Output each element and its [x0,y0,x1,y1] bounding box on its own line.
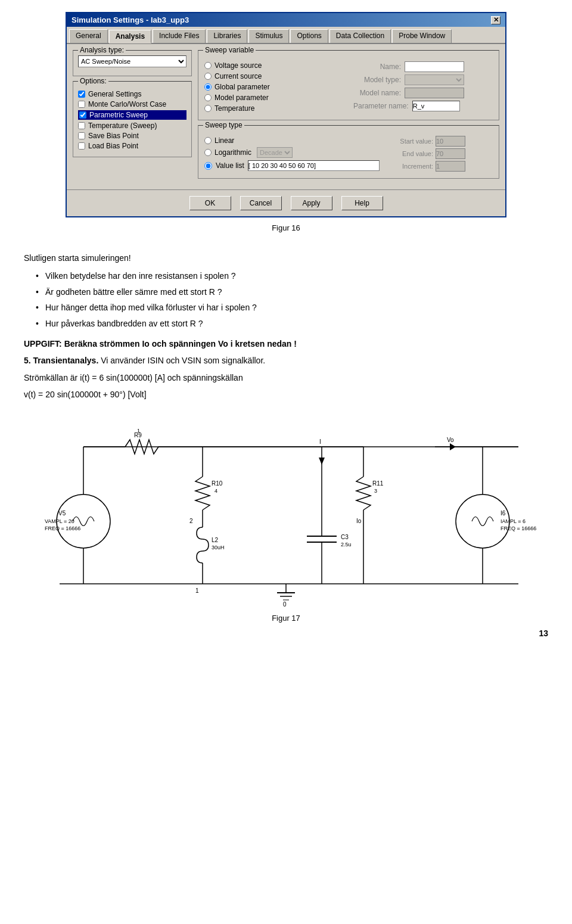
figure16-label: Figur 16 [0,223,572,232]
field-name-row: Name: [353,61,493,72]
i-label: I [319,438,321,445]
field-name-input[interactable] [405,61,464,72]
voltage-text: v(t) = 20 sin(100000t + 90°) [Volt] [24,388,548,401]
checkbox-general-settings-input[interactable] [78,91,85,98]
tab-stimulus[interactable]: Stimulus [248,29,289,43]
close-button[interactable]: ✕ [491,16,500,24]
radio-linear-input[interactable] [204,137,212,144]
sweep-type-title: Sweep type [203,121,244,129]
radio-value-list-label: Value list [216,161,244,170]
field-model-name-label: Model name: [353,89,401,97]
dialog-wrapper: Simulation Settings - lab3_upp3 ✕ Genera… [0,0,572,223]
svg-marker-12 [319,458,325,465]
simulation-settings-dialog: Simulation Settings - lab3_upp3 ✕ Genera… [66,12,506,217]
right-panel: Sweep variable Voltage source Current so… [198,50,499,183]
r10-value: 4 [214,488,217,494]
checkbox-parametric-sweep-input[interactable] [79,111,86,119]
l2-label: L2 [212,537,219,543]
sweep-increment-label: Increment: [386,163,433,170]
apply-button[interactable]: Apply [291,196,332,210]
tab-options[interactable]: Options [290,29,328,43]
sweep-start-label: Start value: [386,138,433,145]
radio-temperature-input[interactable] [204,105,212,112]
tab-libraries[interactable]: Libraries [207,29,247,43]
radio-global-parameter: Global parameter [204,83,344,91]
radio-logarithmic-label: Logarithmic [214,148,251,157]
field-param-name-input[interactable] [412,101,460,111]
ground-label: 0 [283,601,287,608]
circuit-diagram: V5 VAMPL = 20 FREQ = 16666 R9 1 R10 4 2 … [30,417,542,608]
help-button[interactable]: Help [341,196,383,210]
sweep-variable-fields: Name: Model type: Model name: [353,59,493,115]
checkbox-temperature-sweep-input[interactable] [78,122,85,129]
checkbox-monte-carlo-label: Monte Carlo/Worst Case [88,100,166,108]
radio-value-list-input[interactable] [204,162,212,170]
radio-model-parameter-input[interactable] [204,94,212,101]
cancel-button[interactable]: Cancel [240,196,282,210]
field-param-name-row: Parameter name: [353,101,493,111]
dialog-buttons: OK Cancel Apply Help [67,189,505,216]
bullet-list: Vilken betydelse har den inre resistanse… [36,269,548,330]
tab-general[interactable]: General [69,29,108,43]
radio-linear: Linear [204,136,380,145]
checkbox-parametric-sweep-label: Parametric Sweep [89,111,148,119]
checkbox-save-bias-input[interactable] [78,132,85,139]
sweep-end-row: End value: [386,148,493,159]
checkbox-monte-carlo-input[interactable] [78,101,85,108]
section5-text: 5. Transientanalys. Vi använder ISIN och… [24,354,548,367]
checkbox-save-bias-label: Save Bias Point [88,132,139,140]
radio-global-parameter-label: Global parameter [214,83,270,91]
checkbox-monte-carlo: Monte Carlo/Worst Case [78,100,186,108]
radio-current-source-input[interactable] [204,73,212,80]
left-panel: Analysis type: AC Sweep/Noise Options: G… [73,50,192,183]
sweep-start-row: Start value: [386,136,493,147]
bullet-3: Hur hänger detta ihop med vilka förluste… [36,301,548,314]
radio-voltage-source: Voltage source [204,61,344,70]
field-model-type-select [405,74,464,85]
radio-temperature-label: Temperature [214,104,254,113]
intro-text: Slutligen starta simuleringen! [24,251,548,265]
radio-model-parameter: Model parameter [204,94,344,102]
radio-global-parameter-input[interactable] [204,83,212,91]
circuit-wrapper: V5 VAMPL = 20 FREQ = 16666 R9 1 R10 4 2 … [0,417,572,608]
radio-logarithmic-input[interactable] [204,149,212,156]
bullet-4: Hur påverkas bandbredden av ett stort R … [36,317,548,330]
tab-analysis[interactable]: Analysis [109,30,151,43]
sweep-increment-row: Increment: [386,161,493,172]
value-list-input[interactable] [248,160,380,171]
v5-freq-label: FREQ = 16666 [45,525,80,531]
checkbox-load-bias-input[interactable] [78,142,85,150]
tab-data-collection[interactable]: Data Collection [329,29,391,43]
analysis-type-select[interactable]: AC Sweep/Noise [78,55,186,67]
figure17-label: Figur 17 [0,614,572,623]
vampl-label: VAMPL = 20 [45,518,74,524]
tab-include-files[interactable]: Include Files [153,29,206,43]
field-model-type-label: Model type: [353,76,401,84]
checkbox-general-settings-label: General Settings [88,90,141,98]
v5-label: V5 [58,510,66,517]
ok-button[interactable]: OK [189,196,231,210]
sweep-variable-box: Sweep variable Voltage source Current so… [198,50,499,120]
node1-label: 1 [195,587,199,594]
sweep-start-input [436,136,465,147]
analysis-type-combo-row: AC Sweep/Noise [78,55,186,67]
options-label: Options: [78,77,108,85]
radio-current-source-label: Current source [214,72,262,80]
dialog-content: Analysis type: AC Sweep/Noise Options: G… [67,44,505,189]
r11-value: 3 [374,488,377,494]
sweep-type-box: Sweep type Linear Logarithmic [198,125,499,179]
radio-model-parameter-label: Model parameter [214,94,269,102]
checkbox-general-settings: General Settings [78,90,186,98]
radio-voltage-source-input[interactable] [204,62,212,69]
analysis-type-label: Analysis type: [78,46,126,54]
tab-probe-window[interactable]: Probe Window [392,29,452,43]
io-label: Io [356,518,362,524]
i6-label: I6 [500,510,506,517]
checkbox-parametric-sweep[interactable]: Parametric Sweep [78,110,186,120]
dialog-title: Simulation Settings - lab3_upp3 [72,15,189,24]
field-model-type-row: Model type: [353,74,493,85]
c3-value: 2.5u [341,542,352,547]
checkbox-load-bias-label: Load Bias Point [88,142,138,150]
r10-label: R10 [212,480,223,487]
sweep-increment-input [436,161,465,172]
